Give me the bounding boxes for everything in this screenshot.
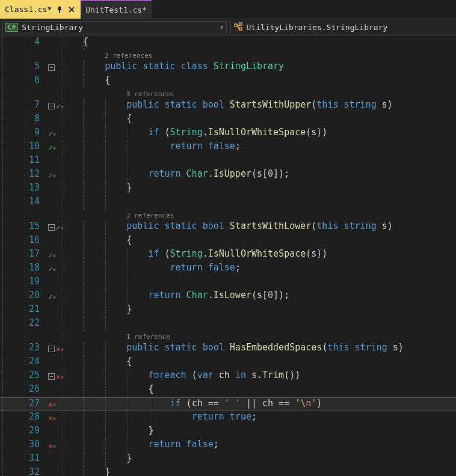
line-number: 14 — [0, 196, 46, 210]
codelens[interactable]: 3 references — [81, 210, 174, 221]
fold-toggle[interactable]: − — [48, 346, 55, 352]
fold-toggle[interactable]: − — [48, 224, 55, 231]
test-fail-icon — [48, 413, 53, 423]
test-pass-icon — [48, 251, 53, 260]
test-pass-icon — [48, 171, 53, 180]
test-pass-icon — [48, 264, 53, 273]
line-number: 18 — [0, 262, 46, 276]
code-line[interactable]: public static class StringLibrary — [81, 61, 456, 75]
code-line[interactable]: public static bool StartsWithUpper(this … — [81, 99, 456, 113]
code-line[interactable]: return false; — [81, 141, 456, 154]
line-number: 31 — [0, 453, 46, 466]
code-line[interactable]: } — [81, 466, 456, 476]
test-fail-icon — [56, 344, 61, 353]
nav-type-text: UtilityLibraries.StringLibrary — [247, 23, 388, 32]
line-number: 20 — [0, 290, 46, 304]
code-line[interactable] — [81, 276, 456, 290]
line-number: 9 — [0, 127, 46, 141]
tab-class1[interactable]: Class1.cs* — [0, 0, 81, 19]
fold-toggle[interactable]: − — [48, 103, 55, 109]
line-number: 8 — [0, 113, 46, 127]
test-pass-icon — [48, 129, 53, 138]
line-number: 4 — [0, 36, 46, 50]
tab-unittest[interactable]: UnitTest1.cs* — [81, 0, 152, 19]
code-line[interactable]: return true; — [81, 411, 456, 425]
code-line[interactable]: public static bool StartsWithLower(this … — [81, 221, 456, 234]
fold-toggle[interactable]: − — [48, 64, 55, 71]
line-number: 26 — [0, 383, 46, 397]
fold-toggle[interactable]: − — [48, 373, 55, 380]
line-number: 17 — [0, 248, 46, 262]
class-icon — [233, 22, 243, 32]
code-line[interactable]: { — [81, 113, 456, 127]
code-line[interactable] — [81, 154, 456, 168]
code-line[interactable]: { — [81, 234, 456, 248]
code-line[interactable] — [81, 196, 456, 210]
line-number: 11 — [0, 154, 46, 168]
pin-icon[interactable] — [55, 5, 64, 14]
code-line[interactable]: { — [81, 356, 456, 370]
line-number: 29 — [0, 425, 46, 439]
code-editor[interactable]: 4 { 2 references 5 − public static class… — [0, 36, 456, 476]
code-line[interactable]: return false; — [81, 439, 456, 453]
code-line[interactable]: } — [81, 453, 456, 466]
code-line[interactable] — [81, 317, 456, 331]
code-line[interactable]: return Char.IsLower(s[0]); — [81, 290, 456, 304]
tab-bar: Class1.cs* UnitTest1.cs* — [0, 0, 456, 19]
line-number: 12 — [0, 168, 46, 182]
nav-scope-text: StringLibrary — [22, 23, 83, 32]
code-line[interactable]: if (ch == ' ' || ch == '\n') — [81, 398, 456, 410]
code-line[interactable]: foreach (var ch in s.Trim()) — [81, 370, 456, 383]
line-number: 5 — [0, 61, 46, 75]
code-line[interactable]: } — [81, 182, 456, 196]
chevron-down-icon: ▼ — [220, 25, 223, 31]
line-number: 15 — [0, 221, 46, 234]
code-line[interactable]: return false; — [81, 262, 456, 276]
code-line[interactable]: if (String.IsNullOrWhiteSpace(s)) — [81, 248, 456, 262]
nav-scope-dropdown[interactable]: C# StringLibrary ▼ — [2, 21, 227, 34]
code-line[interactable]: public static bool HasEmbeddedSpaces(thi… — [81, 342, 456, 356]
codelens[interactable]: 2 references — [81, 50, 152, 61]
tab-label: UnitTest1.cs* — [85, 5, 147, 14]
line-number: 19 — [0, 276, 46, 290]
line-number: 10 — [0, 141, 46, 154]
tab-label: Class1.cs* — [5, 5, 52, 14]
test-fail-icon — [48, 441, 53, 450]
margin — [46, 36, 81, 50]
test-pass-icon — [48, 143, 53, 152]
nav-bar: C# StringLibrary ▼ UtilityLibraries.Stri… — [0, 19, 456, 36]
code-line[interactable]: if (String.IsNullOrWhiteSpace(s)) — [81, 127, 456, 141]
code-line[interactable]: return Char.IsUpper(s[0]); — [81, 168, 456, 182]
line-number: 13 — [0, 182, 46, 196]
close-icon[interactable] — [67, 5, 76, 14]
line-number: 27 — [0, 398, 46, 410]
nav-type-dropdown[interactable]: UtilityLibraries.StringLibrary — [230, 21, 454, 34]
code-line[interactable]: { — [81, 75, 456, 88]
margin: − — [46, 61, 81, 75]
test-fail-icon — [56, 372, 61, 381]
line-number: 24 — [0, 356, 46, 370]
codelens[interactable]: 1 reference — [81, 331, 170, 342]
test-pass-icon — [56, 223, 61, 232]
test-pass-icon — [56, 102, 61, 111]
code-line[interactable]: { — [81, 383, 456, 397]
line-number: 22 — [0, 317, 46, 331]
line-number: 25 — [0, 370, 46, 383]
code-line[interactable]: } — [81, 425, 456, 439]
line-number: 7 — [0, 99, 46, 113]
line-number: 21 — [0, 304, 46, 317]
test-pass-icon — [48, 292, 53, 301]
line-number: 28 — [0, 411, 46, 425]
line-number: 30 — [0, 439, 46, 453]
line-number: 32 — [0, 466, 46, 476]
test-fail-icon — [48, 400, 53, 409]
line-number: 6 — [0, 75, 46, 88]
code-line[interactable]: { — [81, 36, 456, 50]
line-number: 16 — [0, 234, 46, 248]
csharp-badge: C# — [5, 23, 18, 32]
code-line[interactable]: } — [81, 304, 456, 317]
codelens[interactable]: 3 references — [81, 88, 174, 99]
line-number: 23 — [0, 342, 46, 356]
